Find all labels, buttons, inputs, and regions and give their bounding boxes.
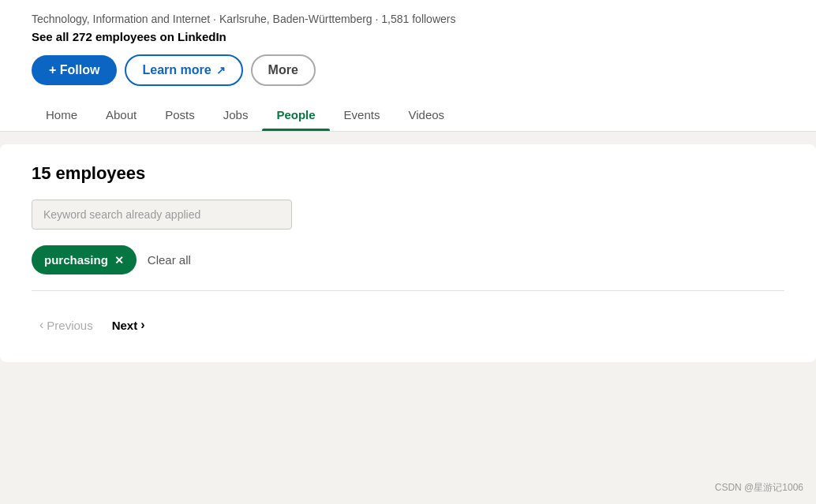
chevron-right-icon: › — [140, 318, 144, 332]
external-link-icon: ↗ — [216, 64, 226, 77]
action-buttons: + Follow Learn more ↗ More — [32, 54, 784, 86]
next-label: Next — [112, 319, 138, 332]
nav-tab-videos[interactable]: Videos — [394, 99, 459, 131]
learn-more-button[interactable]: Learn more ↗ — [125, 54, 242, 86]
next-button[interactable]: Next › — [104, 313, 153, 337]
nav-tabs: Home About Posts Jobs People Events Vide… — [32, 99, 784, 131]
previous-label: Previous — [47, 319, 92, 332]
clear-all-button[interactable]: Clear all — [148, 253, 191, 267]
pagination: ‹ Previous Next › — [32, 307, 784, 343]
chevron-left-icon: ‹ — [39, 318, 43, 332]
purchasing-tag-label: purchasing — [44, 253, 108, 267]
nav-tab-about[interactable]: About — [92, 99, 151, 131]
filter-tags: purchasing ✕ Clear all — [32, 245, 784, 274]
company-meta: Technology, Information and Internet · K… — [32, 13, 784, 25]
previous-button[interactable]: ‹ Previous — [32, 313, 101, 337]
nav-tab-home[interactable]: Home — [32, 99, 92, 131]
follow-button[interactable]: + Follow — [32, 55, 117, 85]
search-placeholder: Keyword search already applied — [43, 208, 200, 221]
nav-tab-people[interactable]: People — [262, 99, 329, 131]
see-all-employees: See all 272 employees on LinkedIn — [32, 30, 784, 43]
purchasing-tag-close-icon[interactable]: ✕ — [114, 254, 124, 267]
main-content: 15 employees Keyword search already appl… — [0, 144, 816, 362]
employees-title: 15 employees — [32, 163, 784, 184]
nav-tab-jobs[interactable]: Jobs — [209, 99, 263, 131]
nav-tab-posts[interactable]: Posts — [151, 99, 209, 131]
divider — [32, 290, 784, 291]
nav-tab-events[interactable]: Events — [330, 99, 395, 131]
watermark: CSDN @星游记1006 — [715, 481, 803, 495]
more-label: More — [268, 63, 298, 77]
search-input-container: Keyword search already applied — [32, 200, 292, 230]
follow-label: + Follow — [49, 63, 99, 77]
more-button[interactable]: More — [251, 54, 316, 86]
learn-more-label: Learn more — [142, 63, 211, 77]
purchasing-tag[interactable]: purchasing ✕ — [32, 245, 137, 274]
